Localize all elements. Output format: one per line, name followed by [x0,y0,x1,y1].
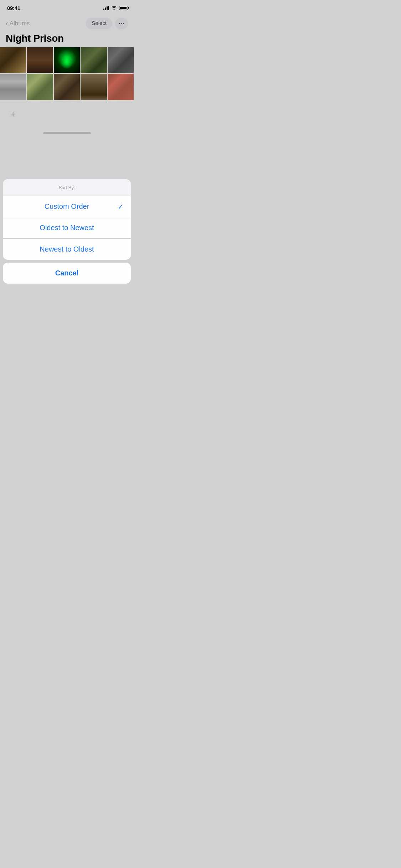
photo-3[interactable] [54,47,80,73]
checkmark-icon: ✓ [118,202,124,211]
cancel-label: Cancel [55,269,79,277]
wifi-icon [111,5,117,11]
photo-6[interactable] [0,74,26,100]
back-label: Albums [10,20,30,27]
home-indicator [0,127,134,139]
sort-header-label: Sort By: [58,185,75,190]
custom-order-label: Custom Order [45,202,89,211]
photo-grid: + [0,47,134,127]
newest-oldest-option[interactable]: Newest to Oldest [3,239,131,260]
status-bar: 09:41 [0,0,134,16]
dots-icon: ··· [119,20,124,27]
action-sheet-overlay: Sort By: Custom Order ✓ Oldest to Newest… [0,179,134,289]
album-title-bar: Night Prison [0,31,134,47]
add-photo-button[interactable]: + [0,101,26,127]
cancel-button[interactable]: Cancel [3,263,131,284]
sort-action-sheet: Sort By: Custom Order ✓ Oldest to Newest… [3,179,131,260]
nav-bar: ‹ Albums Select ··· [0,16,134,31]
nav-actions: Select ··· [86,18,128,29]
battery-icon [119,6,128,10]
photo-2[interactable] [27,47,53,73]
photo-10[interactable] [108,74,134,100]
cancel-action-sheet: Cancel [3,263,131,284]
status-icons [103,5,128,11]
select-button[interactable]: Select [86,18,112,29]
more-button[interactable]: ··· [115,18,128,29]
photo-3-glow [61,55,73,69]
album-title: Night Prison [6,33,128,44]
home-bar [43,132,91,134]
action-sheet-header: Sort By: [3,179,131,196]
oldest-newest-label: Oldest to Newest [40,224,94,232]
plus-icon: + [10,108,16,120]
custom-order-option[interactable]: Custom Order ✓ [3,196,131,217]
photo-9[interactable] [81,74,107,100]
back-button[interactable]: ‹ Albums [6,20,30,27]
oldest-newest-option[interactable]: Oldest to Newest [3,217,131,239]
newest-oldest-label: Newest to Oldest [40,245,94,253]
photo-7[interactable] [27,74,53,100]
back-chevron-icon: ‹ [6,19,8,27]
signal-icon [103,6,109,10]
photo-8[interactable] [54,74,80,100]
photo-4[interactable] [81,47,107,73]
status-time: 09:41 [7,5,20,11]
photo-1[interactable] [0,47,26,73]
photo-5[interactable] [108,47,134,73]
